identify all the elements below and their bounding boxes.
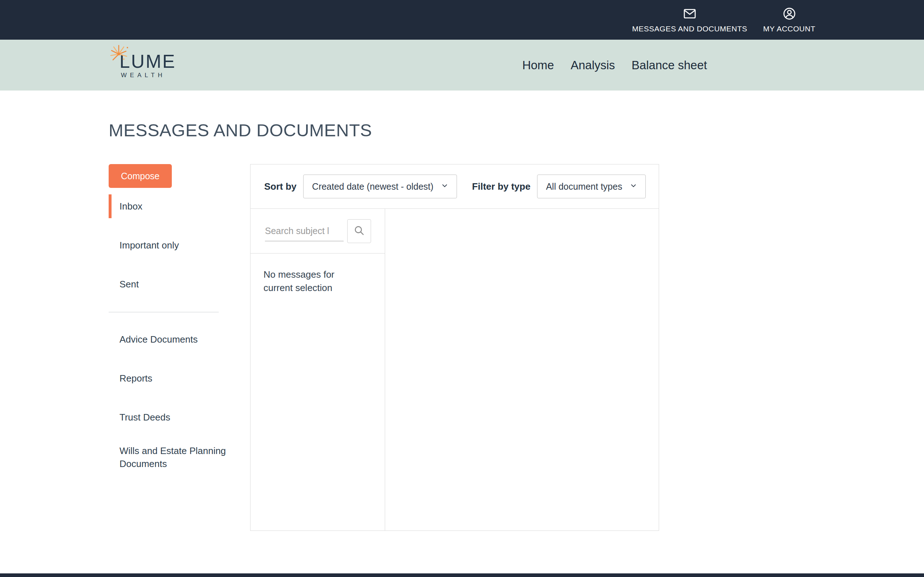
sort-by-label: Sort by	[264, 181, 297, 192]
sidebar-item-label: Advice Documents	[120, 333, 198, 346]
nav-analysis[interactable]: Analysis	[571, 58, 615, 72]
site-header: LUME WEALTH Home Analysis Balance sheet	[0, 40, 924, 90]
empty-list-message: No messages for current selection	[250, 253, 370, 295]
sidebar-item-label: Wills and Estate Planning Documents	[120, 444, 231, 470]
sidebar-item-advice-documents[interactable]: Advice Documents	[109, 327, 231, 351]
sidebar-item-inbox[interactable]: Inbox	[109, 194, 231, 218]
sidebar-item-reports[interactable]: Reports	[109, 366, 231, 390]
chevron-down-icon	[630, 181, 637, 192]
mail-icon	[683, 6, 697, 23]
sidebar-item-sent[interactable]: Sent	[109, 272, 231, 296]
nav-home[interactable]: Home	[522, 58, 554, 72]
sidebar-item-label: Inbox	[120, 200, 142, 213]
filter-by-type-label: Filter by type	[472, 181, 531, 192]
sunburst-logo-icon	[107, 43, 130, 67]
messages-sidebar: Compose Inbox Important only Sent Advice…	[109, 164, 250, 485]
page-content: MESSAGES AND DOCUMENTS Compose Inbox Imp…	[109, 90, 815, 531]
topbar-my-account[interactable]: MY ACCOUNT	[763, 6, 815, 33]
primary-nav: Home Analysis Balance sheet	[522, 58, 707, 72]
sidebar-divider	[109, 312, 219, 312]
search-icon	[353, 224, 365, 238]
topbar-messages-label: MESSAGES AND DOCUMENTS	[632, 24, 747, 33]
page-title: MESSAGES AND DOCUMENTS	[109, 120, 815, 140]
chevron-down-icon	[441, 181, 449, 192]
account-icon	[782, 6, 796, 23]
compose-button[interactable]: Compose	[109, 164, 172, 188]
footer-bar	[0, 574, 924, 577]
message-view-pane	[385, 209, 659, 530]
lume-wealth-logo[interactable]: LUME WEALTH	[109, 52, 176, 78]
sort-dropdown-value: Created date (newest - oldest)	[312, 181, 433, 192]
filter-dropdown[interactable]: All document types	[537, 174, 646, 198]
topbar-account-label: MY ACCOUNT	[763, 24, 815, 33]
active-indicator	[109, 194, 111, 218]
filter-dropdown-value: All document types	[546, 181, 622, 192]
search-subject-input[interactable]	[265, 221, 344, 241]
sidebar-item-wills-estate[interactable]: Wills and Estate Planning Documents	[109, 444, 231, 470]
messages-panel: Sort by Created date (newest - oldest) F…	[250, 164, 659, 531]
logo-subtitle: WEALTH	[121, 72, 176, 78]
message-search-row	[250, 209, 385, 253]
sidebar-item-label: Trust Deeds	[120, 411, 170, 424]
sidebar-item-label: Reports	[120, 372, 152, 385]
sidebar-item-label: Sent	[120, 278, 139, 291]
message-list-column: No messages for current selection	[250, 209, 385, 530]
sidebar-item-label: Important only	[120, 239, 179, 252]
sort-dropdown[interactable]: Created date (newest - oldest)	[303, 174, 457, 198]
sidebar-item-important-only[interactable]: Important only	[109, 233, 231, 257]
nav-balance-sheet[interactable]: Balance sheet	[632, 58, 707, 72]
search-button[interactable]	[347, 219, 371, 243]
messages-toolbar: Sort by Created date (newest - oldest) F…	[250, 164, 659, 209]
sidebar-item-trust-deeds[interactable]: Trust Deeds	[109, 405, 231, 429]
topbar-messages-and-documents[interactable]: MESSAGES AND DOCUMENTS	[632, 6, 747, 33]
top-utility-bar: MESSAGES AND DOCUMENTS MY ACCOUNT	[0, 0, 924, 40]
